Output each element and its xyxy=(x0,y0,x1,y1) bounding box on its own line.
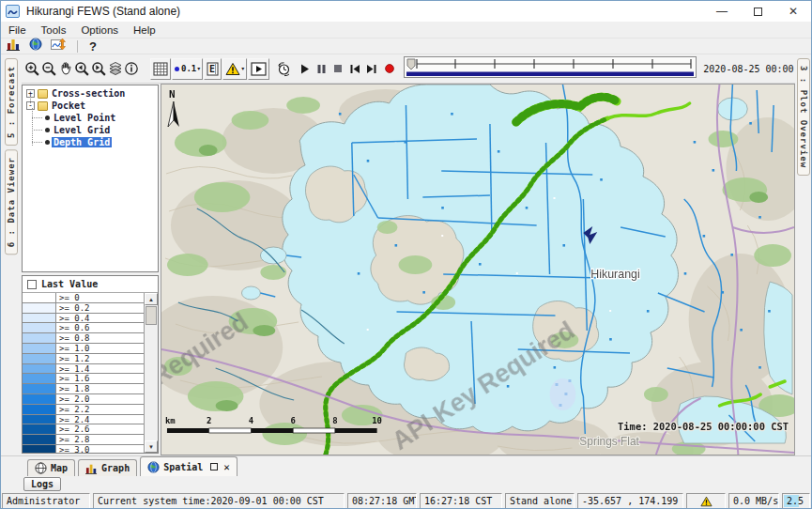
tree-item-level-point[interactable]: Level Point xyxy=(23,112,158,124)
bullet-icon xyxy=(45,140,50,145)
legend-label: >= 0.8 xyxy=(56,333,144,343)
bullet-icon xyxy=(45,116,50,120)
legend-label: >= 0.2 xyxy=(56,303,144,313)
legend-row[interactable]: >= 1.6 xyxy=(23,374,144,384)
legend-row[interactable]: >= 1.8 xyxy=(23,384,144,394)
legend-label: >= 2.6 xyxy=(56,424,144,434)
legend-row[interactable]: >= 1.4 xyxy=(23,364,144,375)
last-value-label: Last Value xyxy=(41,279,98,289)
title-bar: Hikurangi FEWS (Stand alone) — ✕ xyxy=(1,1,811,22)
map-display-button[interactable] xyxy=(29,38,42,54)
toolbar-separator xyxy=(77,40,78,53)
legend-label: >= 2.2 xyxy=(56,405,144,414)
legend-swatch xyxy=(23,394,56,404)
pause-button[interactable] xyxy=(315,57,328,80)
tree-item-depth-grid[interactable]: Depth Grid xyxy=(23,136,158,148)
warnings-dropdown[interactable]: ▾ xyxy=(222,58,247,80)
legend-swatch xyxy=(23,314,56,323)
status-user: Administrator xyxy=(2,493,90,509)
tab-forecast[interactable]: 5 : Forecast xyxy=(5,58,18,146)
scrollbar-thumb[interactable] xyxy=(146,306,157,325)
map-toolbar: 0.1 ▾ E ▾ xyxy=(22,54,795,84)
app-logo-icon xyxy=(6,5,20,18)
animation-button[interactable] xyxy=(248,58,269,80)
tab-graph[interactable]: Graph xyxy=(78,459,137,476)
scroll-down-icon[interactable]: ▼ xyxy=(145,440,158,453)
scalar-threshold-dropdown[interactable]: 0.1 ▾ xyxy=(172,58,203,80)
legend-row[interactable]: >= 2.0 xyxy=(23,394,144,405)
menu-file[interactable]: File xyxy=(1,24,34,36)
tab-data-viewer[interactable]: 6 : Data Viewer xyxy=(5,149,18,254)
legend-row[interactable]: >= 0.2 xyxy=(23,303,144,314)
menu-tools[interactable]: Tools xyxy=(34,24,74,36)
info-button[interactable] xyxy=(124,57,139,80)
legend-row[interactable]: >= 0.6 xyxy=(23,323,144,333)
minimize-button[interactable]: — xyxy=(704,1,740,22)
application-window: Hikurangi FEWS (Stand alone) — ✕ File To… xyxy=(0,0,812,509)
window-title: Hikurangi FEWS (Stand alone) xyxy=(26,5,180,18)
database-chart-button[interactable] xyxy=(7,38,21,54)
right-tab-strip: 3 : Plot Overview xyxy=(795,54,811,455)
tab-plot-overview[interactable]: 3 : Plot Overview xyxy=(797,58,810,176)
pan-button[interactable] xyxy=(58,57,73,80)
help-button[interactable]: ? xyxy=(89,39,97,54)
legend-row[interactable]: >= 2.6 xyxy=(23,424,144,435)
tab-map[interactable]: Map xyxy=(27,459,75,476)
legend-row[interactable]: >= 3.0 xyxy=(23,445,144,453)
record-button[interactable] xyxy=(384,57,395,80)
close-button[interactable]: ✕ xyxy=(775,1,811,22)
last-value-checkbox[interactable] xyxy=(27,280,37,289)
tree-item-cross-section[interactable]: + Cross-section xyxy=(23,87,158,100)
layers-button[interactable] xyxy=(108,57,123,80)
tab-spatial[interactable]: Spatial ✕ xyxy=(140,456,237,476)
logs-row: Logs xyxy=(1,476,811,492)
legend-swatch xyxy=(23,364,56,374)
menu-help[interactable]: Help xyxy=(126,24,163,36)
zoom-in-button[interactable] xyxy=(24,57,40,80)
legend-row[interactable]: >= 0 xyxy=(23,293,144,303)
scroll-up-icon[interactable]: ▲ xyxy=(145,293,158,305)
legend-row[interactable]: >= 1.0 xyxy=(23,344,144,354)
time-slider[interactable] xyxy=(404,56,697,82)
legend-row[interactable]: >= 1.2 xyxy=(23,354,144,364)
zoom-next-button[interactable] xyxy=(91,57,107,80)
play-button[interactable] xyxy=(299,57,311,80)
labels-button[interactable]: E xyxy=(204,58,222,80)
legend-swatch xyxy=(23,333,56,343)
timeseries-button[interactable] xyxy=(51,38,66,54)
zoom-previous-button[interactable] xyxy=(74,57,90,80)
legend-row[interactable]: >= 2.8 xyxy=(23,435,144,445)
left-panel: + Cross-section - Pocket Level P xyxy=(22,84,161,455)
dock-tab-bar: Map Graph Spatial ✕ xyxy=(1,455,811,476)
tree-item-pocket[interactable]: - Pocket xyxy=(23,100,158,112)
grid-display-button[interactable] xyxy=(150,58,171,80)
close-tab-icon[interactable]: ✕ xyxy=(223,461,230,473)
logs-button[interactable]: Logs xyxy=(23,477,61,491)
time-settings-button[interactable] xyxy=(276,57,292,80)
tree-item-level-grid[interactable]: Level Grid xyxy=(23,124,158,136)
maximize-button[interactable] xyxy=(740,1,775,22)
legend-swatch xyxy=(23,354,56,363)
bar-chart-icon xyxy=(85,463,98,474)
status-warning-cell xyxy=(686,493,726,509)
folder-icon xyxy=(38,101,48,111)
bullet-icon xyxy=(45,128,50,132)
scrollbar-track[interactable] xyxy=(145,326,158,440)
maximize-tab-icon[interactable] xyxy=(210,463,218,470)
svg-text:6: 6 xyxy=(290,416,295,425)
zoom-out-button[interactable] xyxy=(41,57,57,80)
legend-label: >= 3.0 xyxy=(56,445,144,453)
legend-swatch xyxy=(23,303,56,313)
legend-row[interactable]: >= 2.2 xyxy=(23,405,144,415)
map-canvas[interactable]: API Key Required API Key Required N km xyxy=(161,84,795,455)
legend-row[interactable]: >= 0.4 xyxy=(23,314,144,324)
step-backward-button[interactable] xyxy=(348,57,361,80)
legend-row[interactable]: >= 2.4 xyxy=(23,415,144,425)
menu-options[interactable]: Options xyxy=(73,24,126,36)
legend-panel: Last Value >= 0 >= 0.2 >= 0.4 >= 0.6 >= … xyxy=(22,275,159,454)
legend-scrollbar[interactable]: ▲ ▼ xyxy=(145,293,158,453)
step-forward-button[interactable] xyxy=(365,57,378,80)
stop-button[interactable] xyxy=(332,57,344,80)
legend-swatch xyxy=(23,435,56,444)
legend-row[interactable]: >= 0.8 xyxy=(23,333,144,344)
